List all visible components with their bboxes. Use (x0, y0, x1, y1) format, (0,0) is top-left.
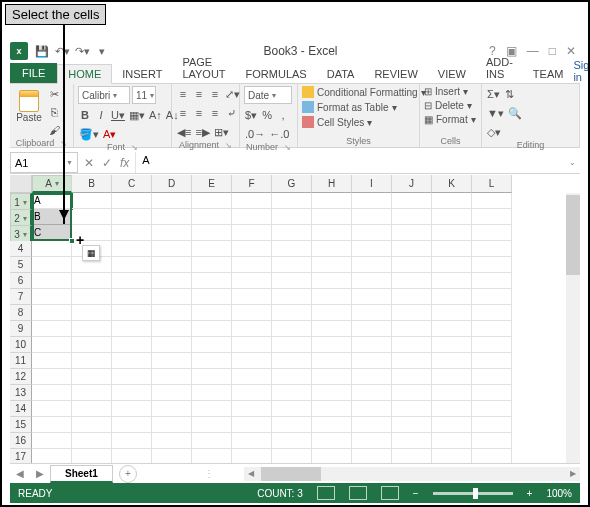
format-cells-button[interactable]: ▦ Format ▾ (424, 114, 476, 125)
cell[interactable] (312, 305, 352, 321)
cell[interactable] (192, 209, 232, 225)
column-header[interactable]: A (32, 175, 72, 193)
cell[interactable] (392, 417, 432, 433)
row-header[interactable]: 13 (10, 385, 32, 401)
cell[interactable] (392, 289, 432, 305)
tab-home[interactable]: HOME (57, 64, 112, 84)
cell[interactable] (392, 433, 432, 449)
cell[interactable] (472, 369, 512, 385)
select-all-button[interactable] (10, 175, 32, 193)
row-header[interactable]: 5 (10, 257, 32, 273)
accounting-format-button[interactable]: $▾ (244, 107, 258, 123)
cell[interactable] (352, 193, 392, 209)
cell[interactable] (392, 209, 432, 225)
cell[interactable] (432, 305, 472, 321)
cut-button[interactable]: ✂ (47, 86, 61, 102)
cell[interactable] (192, 433, 232, 449)
column-header[interactable]: G (272, 175, 312, 193)
page-break-view-button[interactable] (381, 486, 399, 500)
cell[interactable] (112, 305, 152, 321)
cell[interactable] (112, 449, 152, 463)
redo-button[interactable]: ↷▾ (73, 42, 91, 60)
align-center-button[interactable]: ≡ (192, 105, 206, 121)
cell[interactable] (232, 209, 272, 225)
cell[interactable] (392, 305, 432, 321)
cell[interactable] (32, 273, 72, 289)
merge-button[interactable]: ⊞▾ (213, 124, 230, 140)
cell[interactable] (112, 353, 152, 369)
cell[interactable] (232, 353, 272, 369)
bold-button[interactable]: B (78, 107, 92, 123)
cell[interactable] (152, 257, 192, 273)
cell[interactable] (392, 337, 432, 353)
cell[interactable] (352, 337, 392, 353)
cell[interactable] (472, 417, 512, 433)
format-as-table-button[interactable]: Format as Table ▾ (302, 101, 397, 113)
cell[interactable] (152, 321, 192, 337)
cell[interactable] (472, 337, 512, 353)
cell[interactable] (352, 305, 392, 321)
cell[interactable] (112, 273, 152, 289)
format-painter-button[interactable]: 🖌 (47, 122, 61, 138)
cell[interactable] (32, 449, 72, 463)
cell[interactable] (272, 305, 312, 321)
decrease-decimal-button[interactable]: ←.0 (268, 126, 290, 142)
cell[interactable] (192, 385, 232, 401)
vertical-scrollbar[interactable] (566, 193, 580, 463)
cell[interactable] (232, 289, 272, 305)
font-name-select[interactable]: Calibri (78, 86, 130, 104)
conditional-formatting-button[interactable]: Conditional Formatting ▾ (302, 86, 426, 98)
cell[interactable] (32, 401, 72, 417)
formula-input[interactable]: A (136, 152, 564, 173)
row-header[interactable]: 12 (10, 369, 32, 385)
cell[interactable] (192, 353, 232, 369)
fill-color-button[interactable]: 🪣▾ (78, 126, 100, 142)
sheet-nav-next[interactable]: ▶ (30, 468, 50, 479)
cell[interactable] (272, 449, 312, 463)
cell[interactable] (272, 289, 312, 305)
new-sheet-button[interactable]: + (119, 465, 137, 483)
cell[interactable] (392, 273, 432, 289)
cell[interactable] (312, 257, 352, 273)
cell[interactable] (72, 385, 112, 401)
cell[interactable] (432, 225, 472, 241)
cell[interactable] (192, 401, 232, 417)
cell[interactable] (112, 193, 152, 209)
zoom-knob[interactable] (473, 488, 478, 499)
cell[interactable] (112, 337, 152, 353)
cell[interactable] (232, 385, 272, 401)
expand-formula-bar-button[interactable]: ⌄ (564, 152, 580, 173)
cell[interactable] (352, 353, 392, 369)
cell[interactable] (272, 401, 312, 417)
column-header[interactable]: H (312, 175, 352, 193)
cell[interactable] (272, 353, 312, 369)
cell[interactable] (112, 321, 152, 337)
cell[interactable] (432, 273, 472, 289)
comma-button[interactable]: , (276, 107, 290, 123)
number-launcher[interactable]: ↘ (284, 143, 291, 152)
cell[interactable] (312, 353, 352, 369)
column-header[interactable]: J (392, 175, 432, 193)
zoom-in-button[interactable]: + (527, 488, 533, 499)
decrease-indent-button[interactable]: ◀≡ (176, 124, 192, 140)
cell[interactable] (432, 193, 472, 209)
cell[interactable] (152, 385, 192, 401)
cell[interactable] (232, 449, 272, 463)
align-left-button[interactable]: ≡ (176, 105, 190, 121)
cell[interactable] (112, 289, 152, 305)
increase-font-button[interactable]: A↑ (148, 107, 163, 123)
cell[interactable] (312, 385, 352, 401)
align-middle-button[interactable]: ≡ (192, 86, 206, 102)
cell[interactable] (72, 225, 112, 241)
cell[interactable] (152, 289, 192, 305)
cell[interactable] (232, 321, 272, 337)
column-header[interactable]: F (232, 175, 272, 193)
cell[interactable] (312, 209, 352, 225)
row-header[interactable]: 11 (10, 353, 32, 369)
cell[interactable] (72, 305, 112, 321)
cell[interactable] (432, 385, 472, 401)
cell[interactable] (72, 353, 112, 369)
cell[interactable] (472, 273, 512, 289)
cell[interactable] (152, 305, 192, 321)
tab-view[interactable]: VIEW (428, 65, 476, 83)
